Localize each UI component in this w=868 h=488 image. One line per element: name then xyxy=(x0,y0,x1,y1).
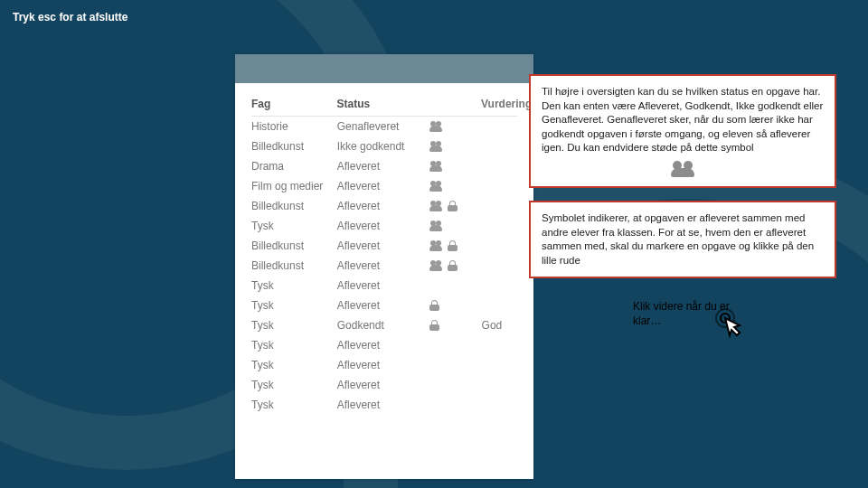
panel-header xyxy=(235,54,533,83)
cell-icons xyxy=(429,201,481,211)
cell-status: Afleveret xyxy=(337,279,430,292)
lock-icon xyxy=(448,240,458,251)
cell-status: Genafleveret xyxy=(337,120,430,133)
cell-icons xyxy=(429,260,481,271)
table-row[interactable]: BilledkunstAfleveret xyxy=(251,236,517,256)
cell-fag: Tysk xyxy=(251,220,337,232)
table-row[interactable]: Film og medierAfleveret xyxy=(251,176,517,196)
group-icon xyxy=(429,260,442,271)
cell-fag: Tysk xyxy=(251,279,337,292)
cell-icons xyxy=(429,240,481,251)
cell-status: Ikke godkendt xyxy=(337,140,430,153)
cell-status: Afleveret xyxy=(337,379,430,391)
cell-fag: Billedkunst xyxy=(251,200,337,212)
callout-status-explanation: Til højre i oversigten kan du se hvilken… xyxy=(529,74,836,188)
cell-fag: Tysk xyxy=(251,339,337,352)
lock-icon xyxy=(448,201,458,211)
cell-icons xyxy=(429,320,481,331)
cell-fag: Tysk xyxy=(251,379,337,391)
table-row[interactable]: HistorieGenafleveret xyxy=(251,117,517,136)
cell-fag: Drama xyxy=(251,160,337,173)
cell-icons xyxy=(429,141,481,152)
cell-icons xyxy=(429,121,481,132)
cell-status: Afleveret xyxy=(337,299,430,312)
cursor-click-icon xyxy=(712,305,749,342)
cell-status: Afleveret xyxy=(337,200,430,212)
table-row[interactable]: TyskAfleveret xyxy=(251,335,517,355)
table-row[interactable]: TyskAfleveret xyxy=(251,296,517,315)
table-row[interactable]: DramaAfleveret xyxy=(251,156,517,176)
cell-fag: Film og medier xyxy=(251,180,337,192)
cell-fag: Tysk xyxy=(251,399,337,411)
tutorial-stage[interactable]: Tryk esc for at afslutte Fag Status Vurd… xyxy=(0,0,868,488)
group-icon xyxy=(429,121,442,132)
cell-fag: Tysk xyxy=(251,359,337,371)
cell-fag: Historie xyxy=(251,120,337,133)
table-row[interactable]: TyskAfleveret xyxy=(251,395,517,415)
group-icon xyxy=(429,221,442,231)
table-header-row: Fag Status Vurdering xyxy=(251,92,517,117)
cell-status: Afleveret xyxy=(337,239,430,252)
group-icon xyxy=(429,141,442,152)
cell-fag: Billedkunst xyxy=(251,140,337,153)
cell-status: Afleveret xyxy=(337,220,430,232)
cell-icons xyxy=(429,221,481,231)
group-icon xyxy=(429,240,442,251)
table-row[interactable]: TyskAfleveret xyxy=(251,276,517,296)
group-icon xyxy=(429,201,442,211)
cell-icons xyxy=(429,161,481,172)
cell-fag: Billedkunst xyxy=(251,239,337,252)
callout-text: Til højre i oversigten kan du se hvilken… xyxy=(542,86,823,153)
cell-vurdering: God xyxy=(482,319,517,332)
cell-status: Afleveret xyxy=(337,259,430,272)
group-icon xyxy=(429,181,442,192)
esc-hint: Tryk esc for at afslutte xyxy=(13,11,127,23)
callout-text: Symbolet indikerer, at opgaven er afleve… xyxy=(542,212,814,266)
cell-status: Afleveret xyxy=(337,160,430,173)
cell-fag: Tysk xyxy=(251,299,337,312)
table-row[interactable]: TyskGodkendtGod xyxy=(251,315,517,335)
cell-icons xyxy=(429,300,481,311)
table-row[interactable]: TyskAfleveret xyxy=(251,375,517,395)
header-fag: Fag xyxy=(251,98,337,110)
callout-group-symbol: Symbolet indikerer, at opgaven er afleve… xyxy=(529,201,836,278)
table-row[interactable]: TyskAfleveret xyxy=(251,216,517,236)
assignment-panel: Fag Status Vurdering HistorieGenaflevere… xyxy=(235,54,533,479)
cell-status: Afleveret xyxy=(337,359,430,371)
lock-icon xyxy=(448,260,458,271)
lock-icon xyxy=(429,300,439,311)
cell-fag: Tysk xyxy=(251,319,337,332)
lock-icon xyxy=(429,320,439,331)
assignment-table: Fag Status Vurdering HistorieGenaflevere… xyxy=(235,83,533,415)
header-status: Status xyxy=(337,98,429,110)
cell-fag: Billedkunst xyxy=(251,259,337,272)
header-vurdering: Vurdering xyxy=(481,98,517,110)
click-next-hint[interactable]: Klik videre når du er klar… xyxy=(633,300,760,328)
cell-status: Afleveret xyxy=(337,399,430,411)
cell-status: Afleveret xyxy=(337,339,430,352)
cell-status: Godkendt xyxy=(337,319,430,332)
cell-status: Afleveret xyxy=(337,180,430,192)
table-row[interactable]: TyskAfleveret xyxy=(251,355,517,375)
table-row[interactable]: BilledkunstAfleveret xyxy=(251,196,517,216)
group-icon xyxy=(671,161,694,177)
cell-icons xyxy=(429,181,481,192)
table-row[interactable]: BilledkunstIkke godkendt xyxy=(251,136,517,156)
table-row[interactable]: BilledkunstAfleveret xyxy=(251,256,517,276)
group-icon xyxy=(429,161,442,172)
